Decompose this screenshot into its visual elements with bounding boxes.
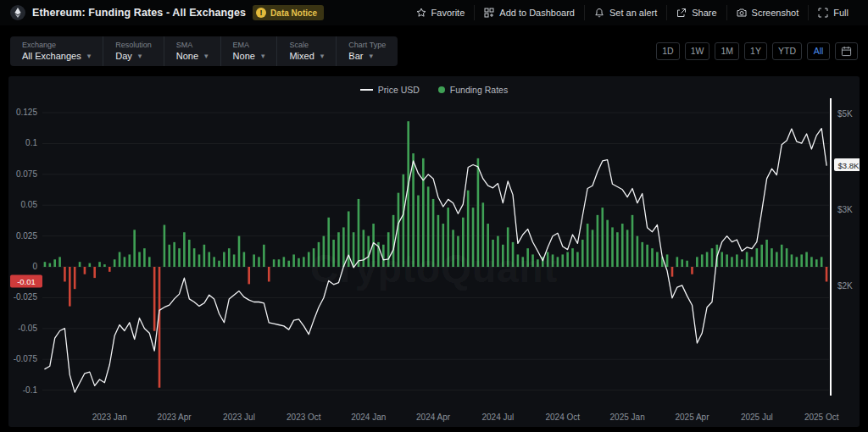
- favorite-label: Favorite: [431, 8, 465, 18]
- control-label: Resolution: [115, 41, 152, 49]
- screenshot-button[interactable]: Screenshot: [726, 5, 809, 20]
- add-to-dashboard-label: Add to Dashboard: [499, 8, 575, 18]
- chart-settings-panel: Exchange All Exchanges▾ Resolution Day▾ …: [10, 36, 398, 66]
- header-actions: Favorite Add to Dashboard Set an alert S…: [407, 5, 858, 20]
- range-all-button[interactable]: All: [807, 42, 830, 60]
- cryptoquant-app: Ethereum: Funding Rates - All Exchanges …: [0, 0, 868, 427]
- star-icon: [416, 8, 426, 18]
- svg-text:$5K: $5K: [837, 109, 853, 119]
- favorite-button[interactable]: Favorite: [407, 5, 475, 20]
- chevron-down-icon: ▾: [204, 52, 209, 60]
- svg-text:-0.075: -0.075: [14, 354, 38, 363]
- dashboard-icon: [484, 8, 494, 18]
- header-left: Ethereum: Funding Rates - All Exchanges …: [10, 5, 324, 20]
- time-range-group: 1D 1W 1M 1Y YTD All: [656, 42, 858, 60]
- svg-text:0.1: 0.1: [25, 138, 37, 147]
- data-notice-badge[interactable]: ! Data Notice: [253, 5, 324, 20]
- range-1m-button[interactable]: 1M: [715, 42, 739, 60]
- control-ema[interactable]: EMA None▾: [220, 36, 277, 66]
- calendar-button[interactable]: [835, 42, 858, 60]
- svg-text:-0.1: -0.1: [23, 385, 38, 395]
- range-1w-button[interactable]: 1W: [685, 42, 710, 60]
- calendar-icon: [841, 46, 852, 57]
- ethereum-icon: [10, 5, 25, 20]
- range-1d-button[interactable]: 1D: [656, 42, 679, 60]
- add-to-dashboard-button[interactable]: Add to Dashboard: [474, 5, 584, 20]
- control-label: Scale: [289, 41, 324, 49]
- control-chart-type[interactable]: Chart Type Bar▾: [336, 36, 398, 66]
- control-value: All Exchanges: [22, 51, 81, 61]
- svg-text:2023 Jul: 2023 Jul: [223, 413, 255, 422]
- control-label: EMA: [233, 41, 265, 49]
- chevron-down-icon: ▾: [87, 52, 92, 60]
- control-value: Bar: [348, 51, 363, 61]
- page-title: Ethereum: Funding Rates - All Exchanges: [32, 7, 246, 19]
- fullscreen-button[interactable]: Full: [808, 5, 858, 20]
- control-sma[interactable]: SMA None▾: [164, 36, 220, 66]
- bell-icon: [594, 8, 604, 18]
- camera-icon: [737, 8, 747, 18]
- svg-text:-0.025: -0.025: [14, 292, 38, 302]
- svg-text:2024 Jul: 2024 Jul: [482, 413, 515, 422]
- svg-text:0: 0: [32, 262, 37, 271]
- svg-text:2025 Jan: 2025 Jan: [610, 413, 645, 422]
- chevron-down-icon: ▾: [261, 52, 265, 60]
- svg-text:2025 Oct: 2025 Oct: [804, 413, 839, 422]
- svg-text:0.125: 0.125: [16, 108, 37, 117]
- control-label: SMA: [176, 41, 209, 49]
- control-value: Day: [115, 51, 132, 61]
- control-label: Chart Type: [348, 41, 386, 49]
- svg-text:0.075: 0.075: [16, 169, 37, 179]
- svg-text:-0.05: -0.05: [18, 324, 37, 333]
- control-label: Exchange: [22, 41, 91, 49]
- svg-text:0.05: 0.05: [21, 200, 38, 209]
- share-label: Share: [692, 8, 716, 18]
- control-resolution[interactable]: Resolution Day▾: [103, 36, 164, 66]
- set-alert-button[interactable]: Set an alert: [584, 5, 666, 20]
- svg-text:2023 Jan: 2023 Jan: [92, 413, 127, 422]
- funding-rates-chart[interactable]: 0.1250.10.0750.050.0250-0.025-0.05-0.075…: [8, 76, 860, 427]
- share-button[interactable]: Share: [666, 5, 726, 20]
- control-value: None: [233, 51, 255, 61]
- svg-text:2023 Apr: 2023 Apr: [158, 413, 192, 422]
- expand-icon: [818, 8, 828, 18]
- svg-text:0.025: 0.025: [16, 231, 37, 241]
- svg-text:2024 Apr: 2024 Apr: [416, 413, 451, 422]
- data-notice-label: Data Notice: [270, 8, 317, 18]
- control-scale[interactable]: Scale Mixed▾: [276, 36, 336, 66]
- range-ytd-button[interactable]: YTD: [772, 42, 802, 60]
- set-alert-label: Set an alert: [609, 8, 657, 18]
- chart-header: Ethereum: Funding Rates - All Exchanges …: [0, 0, 868, 25]
- range-1y-button[interactable]: 1Y: [744, 42, 767, 60]
- chart-panel: 0.1250.10.0750.050.0250-0.025-0.05-0.075…: [8, 76, 860, 427]
- chevron-down-icon: ▾: [138, 52, 142, 60]
- warning-icon: !: [256, 8, 266, 18]
- svg-text:$3K: $3K: [837, 205, 853, 214]
- svg-text:2025 Apr: 2025 Apr: [675, 413, 709, 422]
- control-exchange[interactable]: Exchange All Exchanges▾: [10, 36, 103, 66]
- share-icon: [676, 8, 687, 18]
- controls-row: Exchange All Exchanges▾ Resolution Day▾ …: [0, 32, 868, 69]
- svg-text:2023 Oct: 2023 Oct: [287, 413, 321, 422]
- screenshot-label: Screenshot: [752, 8, 799, 18]
- control-value: Mixed: [289, 51, 314, 61]
- svg-text:2024 Jan: 2024 Jan: [351, 413, 386, 422]
- svg-text:$3.8K: $3.8K: [838, 161, 860, 170]
- chevron-down-icon: ▾: [320, 52, 325, 60]
- svg-text:$2K: $2K: [837, 281, 853, 291]
- chevron-down-icon: ▾: [369, 52, 373, 60]
- control-value: None: [176, 51, 198, 61]
- svg-text:-0.01: -0.01: [17, 277, 36, 286]
- svg-text:2025 Jul: 2025 Jul: [741, 413, 773, 422]
- fullscreen-label: Full: [833, 8, 849, 18]
- svg-text:2024 Oct: 2024 Oct: [545, 413, 580, 422]
